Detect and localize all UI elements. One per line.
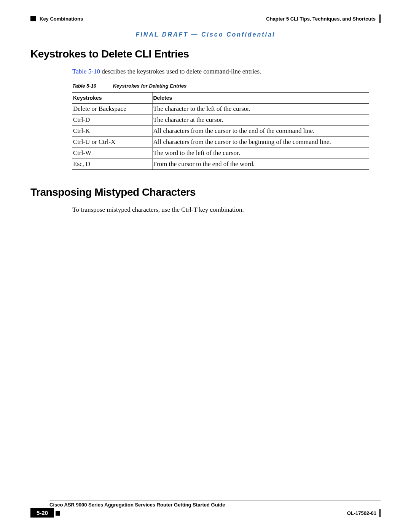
cell-deletes: From the cursor to the end of the word. bbox=[152, 159, 369, 170]
section2-body: To transpose mistyped characters, use th… bbox=[72, 206, 381, 214]
header-left: Key Combinations bbox=[30, 16, 83, 22]
cell-deletes: The character at the cursor. bbox=[152, 115, 369, 126]
section1-intro-rest: describes the keystrokes used to delete … bbox=[100, 68, 261, 75]
cell-deletes: All characters from the cursor to the en… bbox=[152, 126, 369, 137]
cell-deletes: The word to the left of the cursor. bbox=[152, 148, 369, 159]
table-row: Ctrl-U or Ctrl-X All characters from the… bbox=[72, 137, 369, 148]
footer-right: OL-17502-01 bbox=[347, 509, 381, 517]
footer-doc-title: Cisco ASR 9000 Series Aggregation Servic… bbox=[49, 500, 381, 508]
col-header-deletes: Deletes bbox=[152, 92, 369, 104]
table-row: Esc, D From the cursor to the end of the… bbox=[72, 159, 369, 170]
table-header-row: Keystrokes Deletes bbox=[72, 92, 369, 104]
cell-deletes: The character to the left of the cursor. bbox=[152, 104, 369, 115]
cell-keystroke: Ctrl-W bbox=[72, 148, 152, 159]
footer-doc-id: OL-17502-01 bbox=[347, 510, 376, 516]
section-marker-icon bbox=[30, 16, 36, 21]
cell-deletes: All characters from the cursor to the be… bbox=[152, 137, 369, 148]
cell-keystroke: Ctrl-U or Ctrl-X bbox=[72, 137, 152, 148]
header-chapter-title: Chapter 5 CLI Tips, Techniques, and Shor… bbox=[266, 16, 376, 22]
cell-keystroke: Esc, D bbox=[72, 159, 152, 170]
section-heading-transposing: Transposing Mistyped Characters bbox=[30, 186, 381, 198]
header-bar-icon bbox=[379, 14, 381, 23]
cell-keystroke: Ctrl-D bbox=[72, 115, 152, 126]
running-footer: Cisco ASR 9000 Series Aggregation Servic… bbox=[30, 500, 381, 517]
table-reference-link[interactable]: Table 5-10 bbox=[72, 68, 100, 75]
table-row: Delete or Backspace The character to the… bbox=[72, 104, 369, 115]
footer-square-icon bbox=[56, 511, 60, 516]
table-row: Ctrl-D The character at the cursor. bbox=[72, 115, 369, 126]
table-row: Ctrl-K All characters from the cursor to… bbox=[72, 126, 369, 137]
cell-keystroke: Delete or Backspace bbox=[72, 104, 152, 115]
running-header: Key Combinations Chapter 5 CLI Tips, Tec… bbox=[30, 14, 381, 23]
table-title: Keystrokes for Deleting Entries bbox=[113, 83, 187, 89]
footer-left: 5-20 bbox=[30, 510, 62, 516]
header-right: Chapter 5 CLI Tips, Techniques, and Shor… bbox=[266, 14, 381, 23]
page: Key Combinations Chapter 5 CLI Tips, Tec… bbox=[0, 0, 411, 532]
cell-keystroke: Ctrl-K bbox=[72, 126, 152, 137]
table-caption: Table 5-10 Keystrokes for Deleting Entri… bbox=[72, 83, 381, 89]
footer-row: 5-20 OL-17502-01 bbox=[30, 509, 381, 517]
col-header-keystrokes: Keystrokes bbox=[72, 92, 152, 104]
section-heading-delete-keystrokes: Keystrokes to Delete CLI Entries bbox=[30, 48, 381, 60]
confidential-banner: FINAL DRAFT — Cisco Confidential bbox=[30, 31, 381, 38]
section-transposing: Transposing Mistyped Characters To trans… bbox=[30, 186, 381, 214]
footer-bar-icon bbox=[379, 509, 381, 517]
header-section-title: Key Combinations bbox=[40, 16, 83, 22]
keystrokes-table: Keystrokes Deletes Delete or Backspace T… bbox=[72, 92, 369, 170]
table-number-label: Table 5-10 bbox=[72, 83, 96, 89]
table-row: Ctrl-W The word to the left of the curso… bbox=[72, 148, 369, 159]
page-number-badge: 5-20 bbox=[30, 508, 54, 518]
section1-intro: Table 5-10 describes the keystrokes used… bbox=[72, 68, 381, 75]
